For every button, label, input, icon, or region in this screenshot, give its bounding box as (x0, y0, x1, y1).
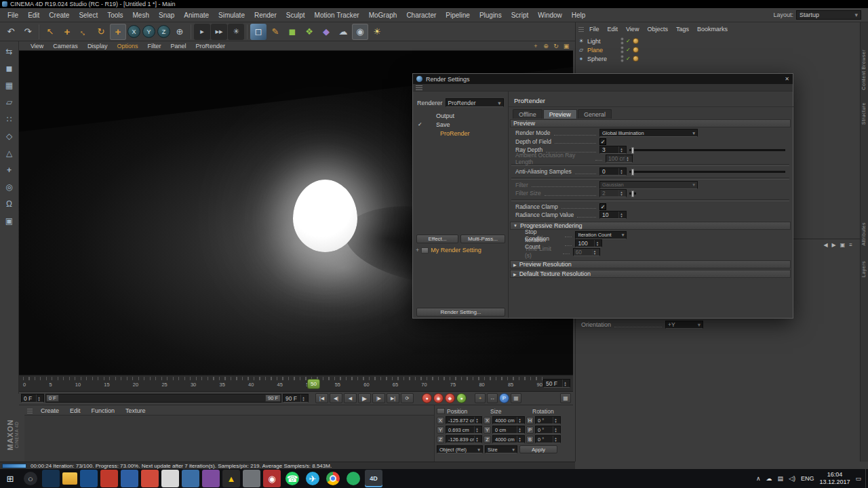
spinner-icon[interactable] (562, 380, 568, 387)
viewport-menu-item[interactable]: View (26, 42, 48, 50)
panel-menu-icon[interactable]: ≡ (849, 242, 852, 248)
glowing-sphere[interactable] (293, 180, 357, 252)
radiance-clamp-checkbox[interactable]: ✓ (599, 203, 606, 210)
object-name[interactable]: Plane (587, 47, 618, 54)
workplane-mode-icon[interactable]: ▱ (1, 94, 18, 110)
points-mode-icon[interactable]: ∷ (1, 111, 18, 127)
action-center-icon[interactable]: ▭ (855, 475, 861, 482)
spinner-icon[interactable] (474, 426, 479, 433)
menubar-item[interactable]: Help (567, 10, 591, 20)
position-x-label[interactable]: X (437, 417, 444, 424)
object-row-light[interactable]: ☀ Light ✓ (577, 37, 861, 45)
taskbar-app-icon[interactable]: ◉ (263, 470, 281, 487)
tray-cloud-icon[interactable]: ☁ (766, 475, 772, 482)
object-tag-icon[interactable] (633, 56, 639, 62)
record-keyframe-button[interactable]: ● (422, 393, 432, 403)
render-to-picture-viewer-icon[interactable]: ▸▸ (211, 24, 227, 40)
spinner-icon[interactable] (553, 417, 558, 424)
next-key-button[interactable]: |▶ (372, 393, 385, 403)
workplane-lock-icon[interactable]: ▣ (1, 213, 18, 229)
menubar-item[interactable]: Create (44, 10, 74, 20)
tray-chevron-up-icon[interactable]: ∧ (756, 475, 761, 482)
previous-frame-button[interactable]: ◀ (344, 393, 357, 403)
spinner-icon[interactable] (517, 436, 522, 443)
menubar-item[interactable]: File (3, 10, 23, 20)
enabled-check-icon[interactable]: ✓ (626, 38, 631, 44)
layout-select[interactable]: Startup ▾ (796, 10, 861, 20)
subdivision-surface-icon[interactable]: ◼ (284, 24, 300, 40)
whatsapp-icon[interactable]: ☎ (285, 472, 299, 485)
visibility-dots[interactable] (620, 46, 624, 54)
light-icon[interactable]: ☀ (369, 24, 385, 40)
deformer-icon[interactable]: ◆ (318, 24, 334, 40)
viewport-toggle-icon[interactable]: ▣ (562, 42, 570, 49)
menubar-item[interactable]: Script (507, 10, 534, 20)
taskbar-app-icon[interactable] (182, 470, 199, 487)
menubar-item[interactable]: Edit (23, 10, 44, 20)
menubar-item[interactable]: Animate (179, 10, 214, 20)
menubar-item[interactable]: Pipeline (441, 10, 475, 20)
history-forward-icon[interactable]: ▶ (832, 242, 836, 248)
timeline-options-button[interactable]: ▦ (560, 393, 571, 403)
taskbar-app-icon[interactable] (121, 470, 138, 487)
object-manager-menu-item[interactable]: Objects (643, 25, 672, 33)
active-tool-icon[interactable]: + (110, 24, 126, 40)
object-manager-menu-item[interactable]: Bookmarks (693, 25, 732, 33)
keying-settings-button[interactable]: ▦ (511, 393, 521, 403)
redo-icon[interactable]: ↷ (20, 24, 36, 40)
scale-tool-icon[interactable]: ↔ (73, 20, 96, 43)
menubar-item[interactable]: Motion Tracker (310, 10, 364, 20)
record-position-toggle[interactable]: + (475, 393, 486, 403)
rotation-h-label[interactable]: H (526, 417, 534, 424)
range-start-handle[interactable]: 0 F (46, 394, 59, 402)
size-mode-select[interactable]: Size ▾ (485, 445, 517, 453)
cinema4d-taskbar-icon[interactable]: 4D (365, 470, 382, 487)
taskbar-app-icon[interactable] (202, 470, 220, 487)
polygons-mode-icon[interactable]: △ (1, 145, 18, 161)
spinner-icon[interactable] (474, 436, 479, 443)
tray-language[interactable]: ENG (801, 475, 814, 482)
x-axis-lock-button[interactable]: X (127, 25, 140, 38)
spinner-icon[interactable] (300, 394, 306, 402)
undo-icon[interactable]: ↶ (3, 24, 19, 40)
spinner-icon[interactable] (553, 426, 558, 433)
loop-mode-button[interactable]: ⟳ (401, 393, 414, 403)
taskbar-app-icon[interactable]: ▲ (222, 470, 240, 487)
side-tab-content-browser[interactable]: Content Browser (861, 49, 868, 90)
start-button-icon[interactable]: ⊞ (1, 470, 19, 487)
viewport-menu-item[interactable]: ProRender (191, 42, 230, 50)
goto-end-button[interactable]: ▶| (387, 393, 399, 403)
stop-condition-select[interactable]: Iteration Count ▾ (575, 231, 627, 239)
position-z-label[interactable]: Z (437, 436, 444, 443)
rotation-b-field[interactable]: 0 ° (535, 435, 561, 443)
size-z-field[interactable]: 4000 cm (492, 435, 525, 443)
texture-mode-icon[interactable]: ▦ (1, 77, 18, 94)
viewport-menu-item[interactable]: Panel (165, 42, 191, 50)
viewport-pan-icon[interactable]: + (532, 42, 540, 49)
viewport-menu-item[interactable]: Options (112, 42, 142, 50)
chrome-icon[interactable] (326, 472, 340, 485)
renderer-select[interactable]: ProRender ▾ (446, 98, 504, 107)
object-name[interactable]: Sphere (587, 56, 618, 62)
rotation-b-label[interactable]: B (526, 436, 534, 443)
tray-network-icon[interactable]: ▤ (777, 475, 783, 482)
menubar-item[interactable]: Window (533, 10, 567, 20)
coordinate-system-icon[interactable]: ⊕ (172, 24, 188, 40)
ray-depth-slider[interactable] (629, 149, 785, 151)
render-setting-row[interactable]: + My Render Setting (416, 247, 481, 253)
viewport-zoom-icon[interactable]: ⊕ (542, 42, 550, 49)
new-render-setting-button[interactable]: Render Setting... (416, 308, 505, 317)
section-preview[interactable]: Preview (510, 119, 791, 127)
spinner-icon[interactable] (618, 146, 624, 153)
viewport-menu-item[interactable]: Display (83, 42, 113, 50)
enable-axis-icon[interactable]: + (1, 162, 18, 178)
side-tab-structure[interactable]: Structure (861, 102, 868, 125)
object-row-plane[interactable]: ▱ Plane ✓ (577, 45, 861, 54)
lock-icon[interactable]: ▣ (840, 242, 846, 248)
timeline-scrubber[interactable]: 50 (307, 379, 320, 389)
play-button[interactable]: ▶ (358, 393, 371, 403)
material-menu-item[interactable]: Create (35, 407, 64, 415)
orientation-select[interactable]: +Y ▾ (665, 321, 703, 329)
goto-start-button[interactable]: |◀ (315, 393, 328, 403)
spinner-icon[interactable] (553, 436, 558, 443)
